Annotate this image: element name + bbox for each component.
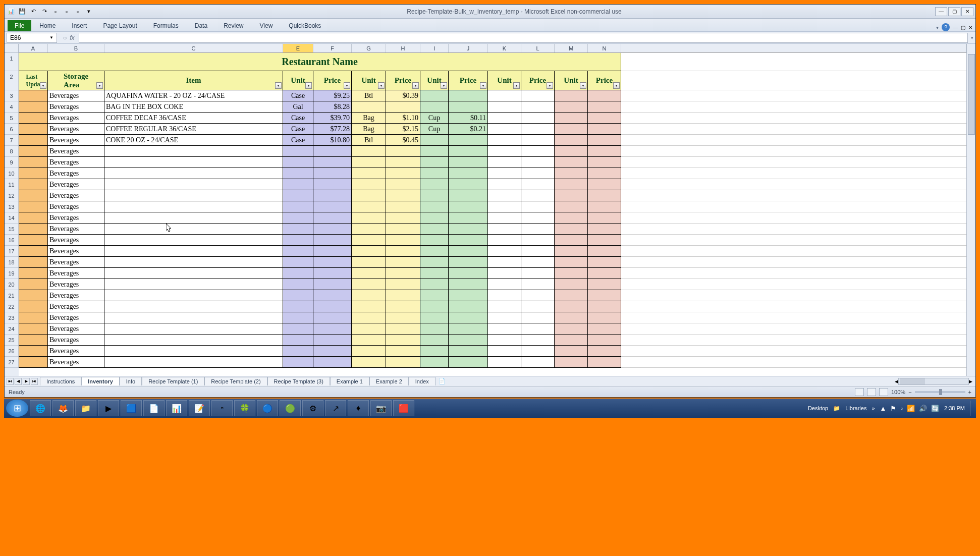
row-header[interactable]: 12 xyxy=(5,190,19,201)
filter-dropdown-icon[interactable]: ▼ xyxy=(613,82,620,89)
cell-unit[interactable] xyxy=(555,124,588,135)
cell-unit[interactable] xyxy=(488,224,521,235)
cell-storage-area[interactable]: Beverages xyxy=(48,346,104,357)
filter-dropdown-icon[interactable]: ▼ xyxy=(412,82,419,89)
cell-last-update[interactable] xyxy=(19,190,48,201)
cell-last-update[interactable] xyxy=(19,323,48,335)
tray-sync-icon[interactable]: 🔄 xyxy=(931,405,939,412)
cell-price[interactable] xyxy=(449,357,488,368)
ribbon-tab-insert[interactable]: Insert xyxy=(64,20,95,31)
taskbar-word-icon[interactable]: 📝 xyxy=(189,400,210,416)
cell-item[interactable] xyxy=(104,346,283,357)
cell-price[interactable] xyxy=(313,335,352,346)
cell-unit[interactable] xyxy=(283,357,313,368)
cell-price[interactable]: $2.15 xyxy=(386,124,420,135)
cell-last-update[interactable] xyxy=(19,135,48,146)
save-icon[interactable]: 💾 xyxy=(18,7,27,16)
cell-item[interactable] xyxy=(104,212,283,224)
row-header[interactable]: 22 xyxy=(5,301,19,312)
cell-storage-area[interactable]: Beverages xyxy=(48,124,104,135)
cell-price[interactable] xyxy=(521,168,555,179)
row-header[interactable]: 25 xyxy=(5,335,19,346)
cell-price[interactable] xyxy=(588,135,621,146)
cell-unit[interactable] xyxy=(555,190,588,201)
cell-unit[interactable] xyxy=(555,346,588,357)
cell-unit[interactable] xyxy=(555,101,588,113)
cell-storage-area[interactable]: Beverages xyxy=(48,90,104,101)
cell-storage-area[interactable]: Beverages xyxy=(48,224,104,235)
cell-unit[interactable]: Cup xyxy=(420,124,449,135)
ribbon-tab-view[interactable]: View xyxy=(252,20,281,31)
cell-price[interactable] xyxy=(386,323,420,335)
cell-unit[interactable] xyxy=(283,201,313,212)
cell-last-update[interactable] xyxy=(19,235,48,246)
filter-dropdown-icon[interactable]: ▼ xyxy=(275,82,282,89)
filter-dropdown-icon[interactable]: ▼ xyxy=(441,82,447,89)
cell-price[interactable] xyxy=(588,179,621,190)
cell-unit[interactable] xyxy=(283,235,313,246)
cell-unit[interactable] xyxy=(555,212,588,224)
cell-unit[interactable] xyxy=(488,346,521,357)
cell-unit[interactable] xyxy=(352,346,386,357)
cell-storage-area[interactable]: Beverages xyxy=(48,157,104,168)
cell-storage-area[interactable]: Beverages xyxy=(48,190,104,201)
column-header-F[interactable]: F xyxy=(313,44,352,52)
cell-unit[interactable] xyxy=(555,224,588,235)
cell-unit[interactable] xyxy=(283,301,313,312)
filter-dropdown-icon[interactable]: ▼ xyxy=(305,82,312,89)
cell-price[interactable] xyxy=(449,301,488,312)
cell-unit[interactable]: Case xyxy=(283,113,313,124)
header-price[interactable]: Price▼ xyxy=(521,71,555,90)
close-button[interactable]: ✕ xyxy=(961,7,973,16)
filter-dropdown-icon[interactable]: ▼ xyxy=(344,82,350,89)
cell-unit[interactable]: Case xyxy=(283,90,313,101)
cell-unit[interactable] xyxy=(488,157,521,168)
cell-unit[interactable] xyxy=(555,290,588,301)
cell-price[interactable] xyxy=(521,235,555,246)
cell-price[interactable] xyxy=(313,246,352,257)
cell-price[interactable] xyxy=(313,168,352,179)
cell-unit[interactable] xyxy=(420,101,449,113)
sheet-tab-instructions[interactable]: Instructions xyxy=(40,377,81,385)
cell-unit[interactable] xyxy=(352,279,386,290)
cell-price[interactable] xyxy=(386,246,420,257)
filter-dropdown-icon[interactable]: ▼ xyxy=(547,82,553,89)
cell-price[interactable] xyxy=(449,312,488,323)
cell-unit[interactable] xyxy=(420,168,449,179)
zoom-slider[interactable] xyxy=(915,391,965,393)
cell-unit[interactable] xyxy=(488,301,521,312)
cell-last-update[interactable] xyxy=(19,101,48,113)
cell-storage-area[interactable]: Beverages xyxy=(48,146,104,157)
cell-storage-area[interactable]: Beverages xyxy=(48,301,104,312)
cell-last-update[interactable] xyxy=(19,146,48,157)
ribbon-tab-home[interactable]: Home xyxy=(31,20,64,31)
cell-unit[interactable] xyxy=(352,357,386,368)
cell-last-update[interactable] xyxy=(19,357,48,368)
cell-unit[interactable] xyxy=(555,312,588,323)
formula-expand-icon[interactable]: ▾ xyxy=(971,35,973,40)
fx-label[interactable]: fx xyxy=(70,34,74,41)
cell-price[interactable] xyxy=(588,124,621,135)
cell-unit[interactable] xyxy=(352,257,386,268)
cell-last-update[interactable] xyxy=(19,113,48,124)
cell-price[interactable] xyxy=(588,357,621,368)
cell-price[interactable] xyxy=(521,179,555,190)
cell-price[interactable] xyxy=(386,312,420,323)
sheet-tab-recipe-template--1-[interactable]: Recipe Template (1) xyxy=(142,377,204,385)
cell-unit[interactable] xyxy=(488,312,521,323)
cell-unit[interactable] xyxy=(420,357,449,368)
cell-price[interactable] xyxy=(313,157,352,168)
filter-dropdown-icon[interactable]: ▼ xyxy=(580,82,586,89)
cell-unit[interactable] xyxy=(283,212,313,224)
cell-unit[interactable] xyxy=(555,135,588,146)
cell-price[interactable] xyxy=(588,312,621,323)
cell-price[interactable] xyxy=(521,157,555,168)
cell-storage-area[interactable]: Beverages xyxy=(48,212,104,224)
sheet-nav-prev-icon[interactable]: ◀ xyxy=(15,378,22,385)
cell-price[interactable] xyxy=(449,246,488,257)
header-item[interactable]: Item▼ xyxy=(104,71,283,90)
name-box[interactable]: E86 ▼ xyxy=(7,33,57,43)
cell-price[interactable] xyxy=(588,301,621,312)
row-header[interactable]: 17 xyxy=(5,246,19,257)
sheet-title[interactable]: Restaurant Name xyxy=(19,53,621,71)
